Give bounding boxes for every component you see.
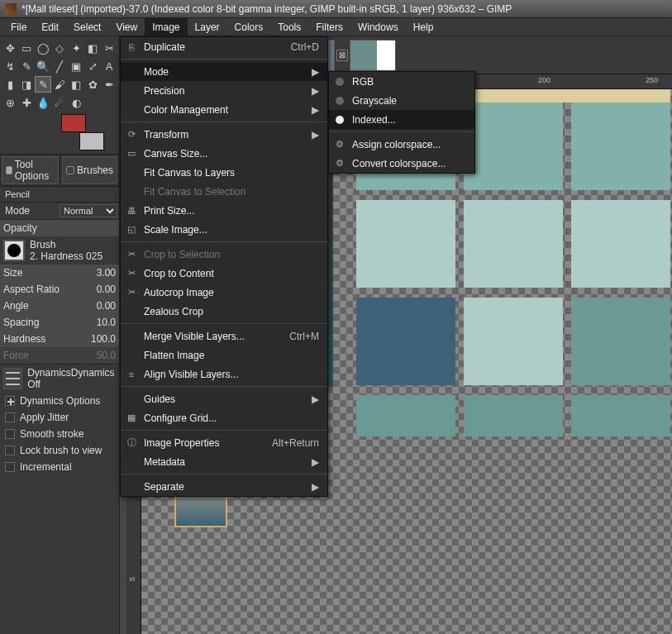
menu-help[interactable]: Help — [406, 18, 441, 36]
tool-ellipse-select-icon[interactable]: ◯ — [35, 40, 51, 56]
tool-heal-icon[interactable]: ✚ — [18, 94, 35, 111]
submenu-arrow-icon: ▶ — [292, 66, 319, 78]
brush-row[interactable]: Brush2. Hardness 025 — [0, 236, 119, 265]
image-menu-item[interactable]: 🖶Print Size... — [121, 201, 327, 220]
checkbox-icon — [5, 412, 15, 422]
tool-airbrush-icon[interactable]: ✿ — [84, 76, 101, 93]
mode-submenu-item[interactable]: ⚙Assign colorspace... — [329, 135, 474, 154]
force-slider[interactable]: Force50.0 — [0, 347, 119, 364]
tool-ink-icon[interactable]: ✒ — [101, 76, 117, 93]
apply-jitter-check[interactable]: Apply Jitter — [0, 409, 119, 426]
opacity-slider[interactable]: Opacity — [0, 220, 119, 236]
tab-tool-options[interactable]: Tool Options — [2, 156, 59, 184]
tool-measure-icon[interactable]: ╱ — [51, 58, 68, 74]
tool-fuzzy-select-icon[interactable]: ✦ — [68, 40, 84, 56]
tool-clone-icon[interactable]: ⊕ — [2, 94, 18, 111]
tool-transform-icon[interactable]: ⤢ — [84, 58, 101, 74]
mode-submenu: RGBGrayscaleIndexed...⚙Assign colorspace… — [328, 71, 475, 174]
image-menu-item[interactable]: Separate▶ — [121, 477, 327, 496]
close-tab-icon[interactable]: ⊠ — [336, 50, 348, 61]
radio-icon — [336, 97, 344, 105]
image-menu-item[interactable]: Mode▶ — [121, 62, 327, 81]
image-tab[interactable] — [350, 40, 396, 71]
menu-layer[interactable]: Layer — [188, 18, 227, 36]
spacing-slider[interactable]: Spacing10.0 — [0, 314, 119, 331]
tool-move-icon[interactable]: ✥ — [2, 40, 18, 56]
tool-color-picker-icon[interactable]: ✎ — [18, 58, 35, 74]
image-menu-item[interactable]: Precision▶ — [121, 81, 327, 100]
submenu-arrow-icon: ▶ — [292, 456, 319, 468]
tool-scissors-icon[interactable]: ✂ — [101, 40, 117, 56]
image-menu-item[interactable]: Flatten Image — [121, 346, 327, 365]
brush-preview-icon[interactable] — [3, 240, 25, 261]
image-menu-item[interactable]: ≡Align Visible Layers... — [121, 365, 327, 384]
mode-submenu-item[interactable]: Indexed... — [329, 110, 474, 129]
tool-smudge-icon[interactable]: ☄ — [51, 94, 68, 111]
menu-item-icon: ▦ — [126, 412, 137, 424]
menu-edit[interactable]: Edit — [34, 18, 66, 36]
submenu-arrow-icon: ▶ — [292, 129, 319, 141]
tool-rect-select-icon[interactable]: ▭ — [18, 40, 35, 56]
image-menu-item[interactable]: ✂Autocrop Image — [121, 283, 327, 302]
lock-brush-check[interactable]: Lock brush to view — [0, 442, 119, 459]
tool-bucket-icon[interactable]: ▮ — [2, 76, 18, 93]
submenu-arrow-icon: ▶ — [292, 104, 319, 116]
image-menu-item[interactable]: Guides▶ — [121, 389, 327, 408]
tool-crop-icon[interactable]: ▣ — [68, 58, 84, 74]
image-menu-item[interactable]: ▭Canvas Size... — [121, 144, 327, 163]
tab-brushes[interactable]: Brushes — [62, 156, 117, 184]
image-menu-item[interactable]: ⓘImage PropertiesAlt+Return — [121, 433, 327, 452]
menu-item-icon: ⟳ — [126, 129, 137, 141]
tool-pencil-icon[interactable]: ✎ — [35, 76, 51, 93]
mode-submenu-item[interactable]: Grayscale — [329, 91, 474, 110]
menu-view[interactable]: View — [108, 18, 145, 36]
dynamics-row[interactable]: DynamicsDynamics Off — [0, 364, 119, 393]
smooth-stroke-check[interactable]: Smooth stroke — [0, 426, 119, 442]
tool-paths-icon[interactable]: ↯ — [2, 58, 18, 74]
tool-brush-icon[interactable]: 🖌 — [51, 76, 68, 93]
tool-eraser-icon[interactable]: ◧ — [68, 76, 84, 93]
image-menu-item[interactable]: ⟳Transform▶ — [121, 125, 327, 144]
mode-submenu-item[interactable]: ⚙Convert colorspace... — [329, 154, 474, 173]
image-menu-item[interactable]: ▦Configure Grid... — [121, 408, 327, 427]
window-title: *[Mall tileset] (imported)-37.0 (Indexed… — [21, 3, 512, 15]
image-menu-item: ✂Crop to Selection — [121, 245, 327, 264]
tool-dodge-icon[interactable]: ◐ — [68, 94, 84, 111]
image-menu-item[interactable]: Color Management▶ — [121, 100, 327, 119]
image-menu-item[interactable]: Merge Visible Layers...Ctrl+M — [121, 327, 327, 346]
menu-filters[interactable]: Filters — [308, 18, 350, 36]
tool-blur-icon[interactable]: 💧 — [35, 94, 51, 111]
aspect-slider[interactable]: Aspect Ratio0.00 — [0, 281, 119, 298]
tool-free-select-icon[interactable]: ◇ — [51, 40, 68, 56]
checkbox-icon — [5, 446, 15, 455]
menu-windows[interactable]: Windows — [350, 18, 406, 36]
dynamics-label: Dynamics — [27, 367, 71, 379]
image-menu-item[interactable]: Metadata▶ — [121, 452, 327, 471]
image-menu-item[interactable]: Fit Canvas to Layers — [121, 163, 327, 182]
bg-color-swatch[interactable] — [79, 132, 104, 150]
menu-file[interactable]: File — [3, 18, 34, 36]
tool-zoom-icon[interactable]: 🔍 — [35, 58, 51, 74]
menu-colors[interactable]: Colors — [227, 18, 271, 36]
image-menu-item[interactable]: ✂Crop to Content — [121, 264, 327, 283]
incremental-check[interactable]: Incremental — [0, 459, 119, 475]
fg-color-swatch[interactable] — [61, 114, 86, 132]
dynamics-options-expander[interactable]: Dynamics Options — [0, 393, 119, 409]
angle-slider[interactable]: Angle0.00 — [0, 298, 119, 314]
color-swatches[interactable] — [61, 114, 104, 150]
menu-tools[interactable]: Tools — [270, 18, 308, 36]
tool-gradient-icon[interactable]: ◨ — [18, 76, 35, 93]
mode-select[interactable]: Normal — [60, 204, 117, 217]
hardness-slider[interactable]: Hardness100.0 — [0, 331, 119, 347]
image-menu-item[interactable]: ⎘DuplicateCtrl+D — [121, 37, 327, 56]
tool-text-icon[interactable]: A — [101, 58, 117, 74]
mode-submenu-item[interactable]: RGB — [329, 72, 474, 91]
plus-icon — [5, 396, 15, 406]
image-menu-item[interactable]: Zealous Crop — [121, 302, 327, 321]
radio-icon — [336, 78, 344, 86]
tool-color-select-icon[interactable]: ◧ — [84, 40, 101, 56]
image-menu-item[interactable]: ◱Scale Image... — [121, 220, 327, 239]
menu-select[interactable]: Select — [66, 18, 108, 36]
size-slider[interactable]: Size3.00 — [0, 265, 119, 281]
menu-image[interactable]: Image — [145, 18, 187, 36]
